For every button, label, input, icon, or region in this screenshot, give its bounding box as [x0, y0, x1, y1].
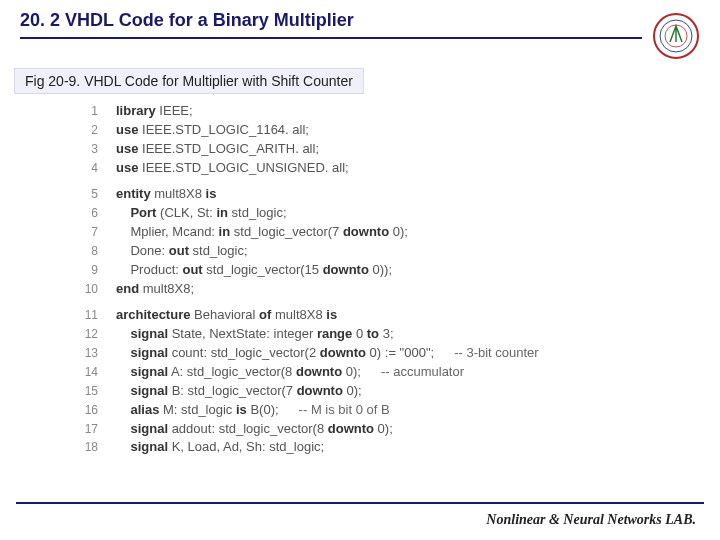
- line-number: 11: [70, 307, 98, 324]
- code-text: Done: out std_logic;: [116, 242, 248, 261]
- code-text: Product: out std_logic_vector(15 downto …: [116, 261, 392, 280]
- slide-header: 20. 2 VHDL Code for a Binary Multiplier: [0, 0, 720, 60]
- code-line: 16 alias M: std_logic is B(0);-- M is bi…: [70, 401, 720, 420]
- line-number: 10: [70, 281, 98, 298]
- code-text: use IEEE.STD_LOGIC_UNSIGNED. all;: [116, 159, 349, 178]
- line-number: 6: [70, 205, 98, 222]
- code-line: 9 Product: out std_logic_vector(15 downt…: [70, 261, 720, 280]
- code-line: 1library IEEE;: [70, 102, 720, 121]
- code-line: 12 signal State, NextState: integer rang…: [70, 325, 720, 344]
- line-number: 1: [70, 103, 98, 120]
- line-number: 5: [70, 186, 98, 203]
- code-line: 13 signal count: std_logic_vector(2 down…: [70, 344, 720, 363]
- figure-caption: Fig 20-9. VHDL Code for Multiplier with …: [14, 68, 364, 94]
- university-logo-icon: [652, 12, 700, 60]
- title-underline: [20, 37, 642, 39]
- code-text: entity mult8X8 is: [116, 185, 216, 204]
- code-line: 2use IEEE.STD_LOGIC_1164. all;: [70, 121, 720, 140]
- line-number: 8: [70, 243, 98, 260]
- vhdl-code-listing: 1library IEEE;2use IEEE.STD_LOGIC_1164. …: [70, 102, 720, 457]
- code-comment: -- accumulator: [381, 363, 464, 382]
- footer-lab-name: Nonlinear & Neural Networks LAB.: [486, 512, 696, 528]
- line-number: 17: [70, 421, 98, 438]
- code-line: 8 Done: out std_logic;: [70, 242, 720, 261]
- code-text: signal count: std_logic_vector(2 downto …: [116, 344, 434, 363]
- footer-divider: [16, 502, 704, 504]
- line-number: 9: [70, 262, 98, 279]
- line-number: 7: [70, 224, 98, 241]
- code-text: alias M: std_logic is B(0);: [116, 401, 279, 420]
- title-block: 20. 2 VHDL Code for a Binary Multiplier: [20, 10, 642, 39]
- code-line: 5entity mult8X8 is: [70, 185, 720, 204]
- line-number: 16: [70, 402, 98, 419]
- code-line: 6 Port (CLK, St: in std_logic;: [70, 204, 720, 223]
- code-comment: -- M is bit 0 of B: [299, 401, 390, 420]
- code-text: signal B: std_logic_vector(7 downto 0);: [116, 382, 362, 401]
- line-number: 14: [70, 364, 98, 381]
- code-text: use IEEE.STD_LOGIC_ARITH. all;: [116, 140, 319, 159]
- line-number: 4: [70, 160, 98, 177]
- code-line: 7 Mplier, Mcand: in std_logic_vector(7 d…: [70, 223, 720, 242]
- code-text: Mplier, Mcand: in std_logic_vector(7 dow…: [116, 223, 408, 242]
- code-line: 15 signal B: std_logic_vector(7 downto 0…: [70, 382, 720, 401]
- code-line: 3use IEEE.STD_LOGIC_ARITH. all;: [70, 140, 720, 159]
- code-text: architecture Behavioral of mult8X8 is: [116, 306, 337, 325]
- code-line: 14 signal A: std_logic_vector(8 downto 0…: [70, 363, 720, 382]
- code-line: 10end mult8X8;: [70, 280, 720, 299]
- code-text: signal A: std_logic_vector(8 downto 0);: [116, 363, 361, 382]
- code-text: library IEEE;: [116, 102, 193, 121]
- code-text: use IEEE.STD_LOGIC_1164. all;: [116, 121, 309, 140]
- code-text: end mult8X8;: [116, 280, 194, 299]
- line-number: 18: [70, 439, 98, 456]
- code-text: signal State, NextState: integer range 0…: [116, 325, 394, 344]
- code-text: signal addout: std_logic_vector(8 downto…: [116, 420, 393, 439]
- line-number: 13: [70, 345, 98, 362]
- code-text: signal K, Load, Ad, Sh: std_logic;: [116, 438, 324, 457]
- code-line: 17 signal addout: std_logic_vector(8 dow…: [70, 420, 720, 439]
- line-number: 3: [70, 141, 98, 158]
- code-line: 18 signal K, Load, Ad, Sh: std_logic;: [70, 438, 720, 457]
- line-number: 12: [70, 326, 98, 343]
- code-text: Port (CLK, St: in std_logic;: [116, 204, 287, 223]
- code-line: 4use IEEE.STD_LOGIC_UNSIGNED. all;: [70, 159, 720, 178]
- slide-title: 20. 2 VHDL Code for a Binary Multiplier: [20, 10, 642, 35]
- code-line: 11architecture Behavioral of mult8X8 is: [70, 306, 720, 325]
- line-number: 15: [70, 383, 98, 400]
- line-number: 2: [70, 122, 98, 139]
- code-comment: -- 3-bit counter: [454, 344, 539, 363]
